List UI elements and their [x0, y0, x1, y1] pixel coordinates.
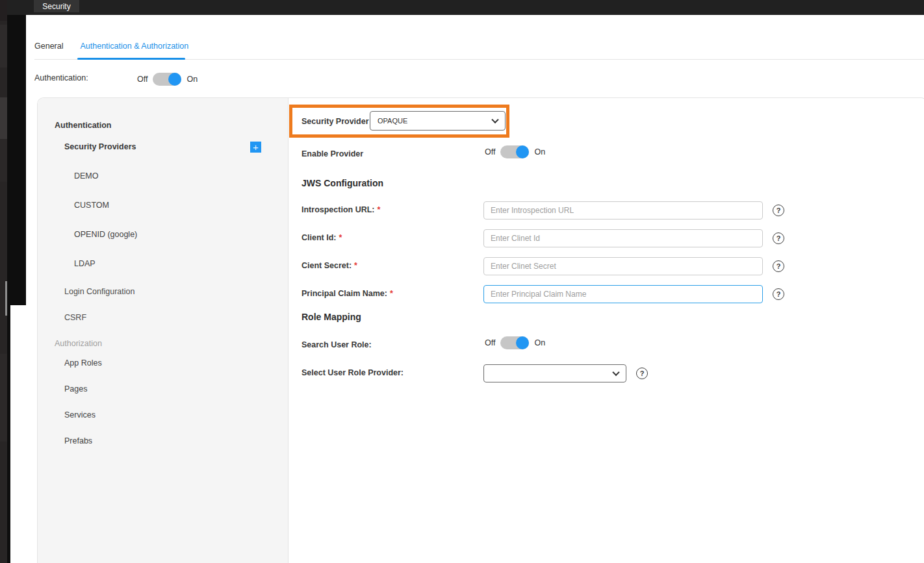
sidebar-item-ldap[interactable]: LDAP	[74, 259, 96, 268]
toggle-knob	[516, 336, 529, 349]
toggle-off-label: Off	[485, 338, 495, 347]
security-provider-label: Security Provider	[302, 117, 369, 126]
sidebar-item-services[interactable]: Services	[64, 410, 96, 419]
jws-configuration-heading: JWS Configuration	[302, 178, 383, 188]
panel-resize-handle[interactable]	[5, 281, 7, 316]
sidebar-item-demo[interactable]: DEMO	[74, 171, 99, 181]
required-asterisk: *	[390, 289, 393, 298]
help-icon[interactable]: ?	[773, 205, 784, 216]
toggle-off-label: Off	[137, 75, 148, 84]
sidebar-item-login-configuration[interactable]: Login Configuration	[64, 287, 135, 296]
security-settings-card: Authentication Security Providers + DEMO…	[37, 97, 924, 563]
required-asterisk: *	[339, 233, 342, 242]
chevron-down-icon	[491, 116, 498, 123]
tab-authentication-authorization[interactable]: Authentication & Authorization	[80, 42, 188, 51]
studio-top-bar: Security	[0, 0, 924, 15]
security-provider-highlight-box: Security Provider OPAQUE	[289, 105, 509, 138]
chevron-down-icon	[612, 369, 619, 376]
enable-provider-label: Enable Provider	[302, 149, 363, 158]
search-user-role-label: Search User Role:	[302, 340, 372, 349]
rail-segment	[0, 25, 7, 68]
enable-provider-toggle: Off On	[485, 145, 545, 158]
studio-panel-strip-lower	[7, 305, 10, 563]
search-user-role-toggle: Off On	[485, 336, 545, 349]
required-asterisk: *	[378, 205, 381, 214]
sidebar-item-prefabs[interactable]: Prefabs	[64, 436, 92, 445]
rail-segment	[0, 0, 7, 21]
rail-segment	[0, 139, 7, 182]
toggle-knob	[168, 73, 181, 86]
help-icon[interactable]: ?	[773, 260, 784, 272]
toggle-knob	[516, 145, 529, 158]
security-side-nav: Authentication Security Providers + DEMO…	[38, 98, 289, 563]
toggle-on-label: On	[534, 147, 545, 156]
studio-panel-strip	[7, 0, 26, 305]
search-user-role-toggle-switch[interactable]	[500, 336, 529, 349]
introspection-url-input[interactable]	[483, 201, 763, 219]
add-provider-button[interactable]: +	[250, 142, 261, 153]
rail-segment	[0, 354, 7, 442]
client-id-input[interactable]	[483, 229, 763, 247]
help-icon[interactable]: ?	[773, 288, 784, 300]
toggle-on-label: On	[186, 75, 198, 84]
settings-tab-strip: General Authentication & Authorization	[34, 42, 188, 51]
client-secret-label: Cient Secret:*	[302, 261, 357, 270]
authentication-toggle: Off On	[137, 73, 198, 86]
authentication-toggle-switch[interactable]	[153, 73, 181, 86]
sidebar-item-openid-google[interactable]: OPENID (google)	[74, 230, 137, 239]
client-secret-input[interactable]	[483, 257, 763, 275]
active-tab-underline	[77, 58, 185, 60]
select-user-role-provider-label: Select User Role Provider:	[302, 368, 404, 377]
sidebar-item-app-roles[interactable]: App Roles	[64, 358, 102, 368]
enable-provider-toggle-switch[interactable]	[500, 145, 529, 158]
introspection-url-label: Introspection URL:*	[302, 205, 380, 214]
toggle-on-label: On	[534, 338, 545, 347]
security-provider-value: OPAQUE	[378, 117, 407, 125]
security-dialog-tab[interactable]: Security	[34, 0, 79, 12]
sidebar-item-csrf[interactable]: CSRF	[64, 313, 86, 322]
rail-segment	[0, 97, 7, 139]
client-id-label: Client Id:*	[302, 233, 342, 242]
sidebar-item-custom[interactable]: CUSTOM	[74, 201, 109, 210]
security-provider-select[interactable]: OPAQUE	[370, 111, 506, 131]
sidebar-item-authorization[interactable]: Authorization	[55, 339, 102, 348]
authentication-toggle-label: Authentication:	[34, 73, 88, 82]
principal-claim-name-input[interactable]	[483, 285, 763, 303]
sidebar-item-security-providers[interactable]: Security Providers	[64, 142, 136, 151]
toggle-off-label: Off	[485, 147, 495, 156]
required-asterisk: *	[354, 261, 357, 270]
sidebar-item-pages[interactable]: Pages	[64, 384, 87, 394]
select-user-role-provider-select[interactable]	[483, 364, 626, 382]
role-mapping-heading: Role Mapping	[302, 312, 361, 322]
help-icon[interactable]: ?	[636, 368, 648, 379]
tab-general[interactable]: General	[34, 42, 63, 51]
sidebar-item-authentication[interactable]: Authentication	[55, 121, 112, 130]
help-icon[interactable]: ?	[773, 232, 784, 244]
principal-claim-name-label: Principal Claim Name:*	[302, 289, 393, 298]
